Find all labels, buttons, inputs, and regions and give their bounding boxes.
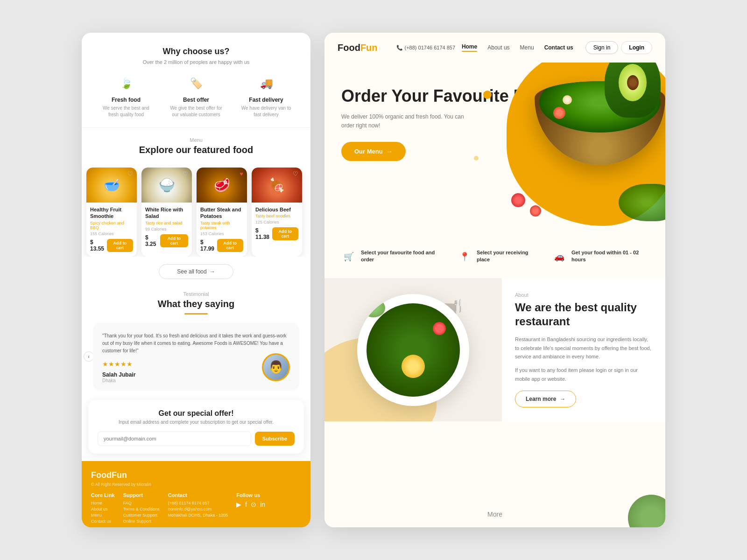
card-sub-4: Tasty beef noodles <box>255 214 298 218</box>
card-cal-1: 155 Calories <box>90 231 133 236</box>
footer-terms[interactable]: Terms & Conditions <box>123 507 160 511</box>
testimonial-card-wrapper: ‹ "Thank you for your food. It's so fres… <box>82 323 310 391</box>
heart-icon-2[interactable]: ♡ <box>183 170 188 177</box>
dot-deco-1 <box>483 91 492 99</box>
step-3: 🚗 Get your food within 01 - 02 hours <box>552 249 648 264</box>
food-card-img-4: 🍖 ♡ <box>252 168 302 203</box>
offer-section: Get our special offer! Input email addre… <box>88 400 304 454</box>
card-sub-2: Tasty rice and salad <box>145 221 188 225</box>
green-corner <box>628 495 665 527</box>
more-label: More <box>487 511 502 518</box>
hero-section: Order Your Favourite Food Easily We deli… <box>324 63 665 240</box>
location-icon: 📍 <box>457 249 472 264</box>
card-price-4: $ 11.38 <box>255 227 272 240</box>
why-subtitle: Over the 2 million of peoples are happy … <box>91 59 301 65</box>
footer-col-support-heading: Support <box>123 492 160 498</box>
sign-in-button[interactable]: Sign in <box>585 41 619 54</box>
avocado-flesh <box>619 64 647 101</box>
hero-image-area <box>493 58 665 226</box>
fresh-food-icon: 🍃 <box>117 74 135 93</box>
footer-faq[interactable]: FAQ <box>123 501 160 505</box>
food-card-1: 🥣 ♡ Healthy Fruit Smoothie Spicy chicken… <box>86 168 137 257</box>
footer-col-contact-list: (+88) 01174 6174 857 noreinfo.d@yahoo.co… <box>168 501 228 518</box>
scattered-tomato-2 <box>530 205 541 217</box>
add-cart-btn-3[interactable]: Add to cart <box>217 239 243 252</box>
best-offer-icon: 🏷️ <box>187 74 205 93</box>
our-menu-button[interactable]: Our Menu → <box>341 142 406 161</box>
testimonial-avatar: 👨 <box>262 353 290 381</box>
step-1-text: Select your favourite food and order <box>361 249 443 264</box>
nav-menu[interactable]: Menu <box>520 44 534 51</box>
white-ball <box>563 95 572 105</box>
plate-egg <box>402 355 425 378</box>
food-cards: 🥣 ♡ Healthy Fruit Smoothie Spicy chicken… <box>82 168 310 257</box>
food-card-2: 🍚 ♡ White Rice with Salad Tasty rice and… <box>141 168 192 257</box>
heart-icon-3[interactable]: ♥ <box>240 170 243 177</box>
footer-link-menu[interactable]: Menu <box>91 513 115 518</box>
hero-subtitle: We deliver 100% organic and fresh food. … <box>341 112 472 130</box>
prev-button[interactable]: ‹ <box>84 351 94 362</box>
card-name-2: White Rice with Salad <box>145 206 188 220</box>
see-all-button[interactable]: See all food → <box>159 264 233 279</box>
footer-online-support[interactable]: Online Support <box>123 519 160 524</box>
youtube-icon[interactable]: ▶ <box>236 501 241 508</box>
heart-icon-1[interactable]: ♡ <box>127 170 133 177</box>
menu-section: Menu Explore our featured food <box>82 128 310 168</box>
heart-icon-4[interactable]: ♡ <box>293 170 298 177</box>
instagram-icon[interactable]: ⊙ <box>251 501 256 508</box>
footer-logo-food: Food <box>91 470 112 480</box>
footer-logo: FoodFun <box>91 470 301 480</box>
testimonial-card: "Thank you for your food. It's so fresh … <box>93 323 299 391</box>
food-card-img-3: 🥩 ♥ <box>197 168 247 203</box>
food-card-body-3: Butter Steak and Potatoes Tasty steak wi… <box>197 203 247 236</box>
footer-cols: Core Link Home About us Menu Contact us … <box>91 492 301 525</box>
facebook-icon[interactable]: f <box>245 501 247 508</box>
add-cart-btn-2[interactable]: Add to cart <box>160 234 188 247</box>
learn-more-button[interactable]: Learn more → <box>515 391 576 407</box>
footer-link-about[interactable]: About us <box>91 507 115 511</box>
card-price-3: $ 17.99 <box>200 239 217 252</box>
food-card-footer-2: $ 3.25 Add to cart <box>141 234 192 247</box>
food-card-body-2: White Rice with Salad Tasty rice and sal… <box>141 203 192 231</box>
food-card-img-2: 🍚 ♡ <box>141 168 192 203</box>
why-feature-3: 🚚 Fast delivery We have delivery van to … <box>238 74 294 118</box>
footer-logo-fun: Fun <box>112 470 127 480</box>
fast-delivery-desc: We have delivery van to fast delivery <box>238 105 294 118</box>
card-cal-2: 99 Calories <box>145 227 188 231</box>
about-section: 🍴 About We are the best quality restaura… <box>324 278 665 421</box>
login-button[interactable]: Login <box>621 41 652 54</box>
fork-icon: 🍴 <box>451 299 465 313</box>
delivery-icon: 🚗 <box>552 249 567 264</box>
about-plate: 🍴 <box>357 294 469 406</box>
food-card-body-4: Delicious Beef Tasty beef noodles 125 Ca… <box>252 203 302 224</box>
why-section: Why choose us? Over the 2 million of peo… <box>82 33 310 128</box>
card-cal-3: 153 Calories <box>200 231 243 236</box>
menu-label: Menu <box>91 137 301 143</box>
email-input[interactable] <box>98 431 251 446</box>
footer-link-home[interactable]: Home <box>91 501 115 505</box>
about-label: About <box>515 292 652 298</box>
card-price-1: $ 13.55 <box>90 239 107 252</box>
nav-about[interactable]: About us <box>487 44 509 51</box>
about-title: We are the best quality restaurant <box>515 301 652 329</box>
nav-home[interactable]: Home <box>462 43 477 52</box>
nav-phone: 📞 (+88) 01746 6174 857 <box>396 45 456 51</box>
about-desc-1: Restaurant in Bangladeshi sourcing our i… <box>515 335 652 361</box>
footer-customer-support[interactable]: Customer Support <box>123 513 160 518</box>
our-menu-label: Our Menu <box>354 148 383 155</box>
step-2-text: Select your receiving place <box>477 249 538 264</box>
footer-address: Mohakhali DOHS, Dhaka - 1205 <box>168 513 228 518</box>
subscribe-button[interactable]: Subscribe <box>255 432 295 446</box>
plate-greens-2 <box>362 299 385 317</box>
card-name-3: Butter Steak and Potatoes <box>200 206 243 220</box>
footer-link-contact[interactable]: Contact us <box>91 519 115 524</box>
why-title: Why choose us? <box>91 47 301 56</box>
step-3-title: Get your food within 01 - 02 hours <box>571 249 648 264</box>
linkedin-icon[interactable]: in <box>260 501 265 508</box>
add-cart-btn-4[interactable]: Add to cart <box>272 227 298 240</box>
nav-logo-fun: Fun <box>360 42 378 53</box>
nav-contact[interactable]: Contact us <box>544 44 573 51</box>
phone-number: (+88) 01746 6174 857 <box>405 45 456 50</box>
add-cart-btn-1[interactable]: Add to cart <box>107 239 133 252</box>
our-menu-arrow-icon: → <box>387 148 393 155</box>
